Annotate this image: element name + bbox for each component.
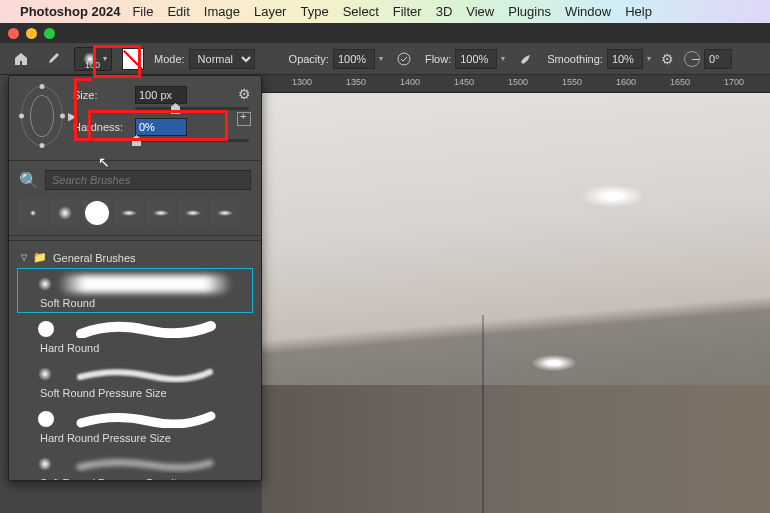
menu-file[interactable]: File: [132, 4, 153, 19]
window-titlebar: [0, 23, 770, 43]
menu-view[interactable]: View: [466, 4, 494, 19]
flow-input[interactable]: [455, 49, 497, 69]
recent-brush[interactable]: [51, 199, 79, 227]
brush-list-item[interactable]: Soft Round: [17, 268, 253, 313]
brush-preset-panel: ▶ Size: Hardness: ⚙ 🔍 ▽ 📁: [8, 75, 262, 481]
search-brushes-input[interactable]: [45, 170, 251, 190]
blend-mode-select[interactable]: Normal: [189, 49, 255, 69]
minimize-window-icon[interactable]: [26, 28, 37, 39]
hardness-slider[interactable]: [135, 139, 249, 142]
close-window-icon[interactable]: [8, 28, 19, 39]
maximize-window-icon[interactable]: [44, 28, 55, 39]
recent-brush[interactable]: [19, 199, 47, 227]
disclosure-triangle-icon: ▽: [21, 253, 27, 262]
macos-menubar: Photoshop 2024 File Edit Image Layer Typ…: [0, 0, 770, 23]
options-bar: 100 ▾ Mode: Normal Opacity: ▾ Flow: ▾ Sm…: [0, 43, 770, 75]
menu-image[interactable]: Image: [204, 4, 240, 19]
brush-size-number: 100: [85, 60, 100, 70]
brush-list-item[interactable]: Soft Round Pressure Opacity: [17, 448, 253, 480]
brush-folders[interactable]: ▽ 📁 General Brushes Soft Round Hard Roun…: [9, 240, 261, 480]
ceiling-light: [582, 185, 644, 207]
size-label: Size:: [73, 89, 129, 101]
angle-dial-icon[interactable]: [684, 51, 700, 67]
recent-brush[interactable]: [179, 199, 207, 227]
flip-arrow-icon[interactable]: ▶: [68, 110, 76, 123]
hardness-input[interactable]: [135, 118, 187, 136]
menu-select[interactable]: Select: [343, 4, 379, 19]
hardness-label: Hardness:: [73, 121, 129, 133]
folder-name: General Brushes: [53, 252, 136, 264]
recent-brushes-row: [9, 195, 261, 231]
pressure-opacity-icon[interactable]: [393, 48, 415, 70]
menu-layer[interactable]: Layer: [254, 4, 287, 19]
angle-input[interactable]: [704, 49, 732, 69]
menu-edit[interactable]: Edit: [167, 4, 189, 19]
brush-tip-preview[interactable]: ▶: [21, 86, 63, 146]
menu-help[interactable]: Help: [625, 4, 652, 19]
size-input[interactable]: [135, 86, 187, 104]
brush-list-item[interactable]: Hard Round Pressure Size: [17, 403, 253, 448]
svg-point-0: [398, 53, 410, 65]
app-name[interactable]: Photoshop 2024: [20, 4, 120, 19]
size-slider[interactable]: [135, 107, 249, 110]
home-icon[interactable]: [10, 48, 32, 70]
brush-tool-icon[interactable]: [42, 48, 64, 70]
airbrush-icon[interactable]: [515, 48, 537, 70]
opacity-input[interactable]: [333, 49, 375, 69]
recent-brush[interactable]: [147, 199, 175, 227]
canvas-area[interactable]: 1300 1350 1400 1450 1500 1550 1600 1650 …: [262, 75, 770, 513]
horizontal-ruler: 1300 1350 1400 1450 1500 1550 1600 1650 …: [262, 75, 770, 93]
recent-brush[interactable]: [115, 199, 143, 227]
menu-type[interactable]: Type: [300, 4, 328, 19]
mode-label: Mode:: [154, 53, 185, 65]
menu-filter[interactable]: Filter: [393, 4, 422, 19]
opacity-label: Opacity:: [289, 53, 329, 65]
flow-label: Flow:: [425, 53, 451, 65]
new-preset-icon[interactable]: [237, 112, 251, 126]
recent-brush[interactable]: [211, 199, 239, 227]
chevron-down-icon: ▾: [103, 54, 107, 63]
recent-brush[interactable]: [83, 199, 111, 227]
ceiling-light: [532, 355, 576, 371]
folder-header[interactable]: ▽ 📁 General Brushes: [9, 247, 261, 268]
brush-preset-picker[interactable]: 100 ▾: [74, 47, 112, 71]
search-icon: 🔍: [19, 171, 39, 190]
brush-list-item[interactable]: Hard Round: [17, 313, 253, 358]
panel-gear-icon[interactable]: ⚙: [238, 86, 251, 102]
smoothing-label: Smoothing:: [547, 53, 603, 65]
menu-3d[interactable]: 3D: [436, 4, 453, 19]
smoothing-input[interactable]: [607, 49, 643, 69]
smoothing-options-gear-icon[interactable]: ⚙: [661, 51, 674, 67]
toggle-brush-panel-icon[interactable]: [122, 48, 144, 70]
folder-icon: 📁: [33, 251, 47, 264]
brush-list-item[interactable]: Soft Round Pressure Size: [17, 358, 253, 403]
menu-window[interactable]: Window: [565, 4, 611, 19]
brush-preview-icon: 100: [79, 50, 101, 68]
menu-plugins[interactable]: Plugins: [508, 4, 551, 19]
wall-area: [262, 385, 770, 513]
